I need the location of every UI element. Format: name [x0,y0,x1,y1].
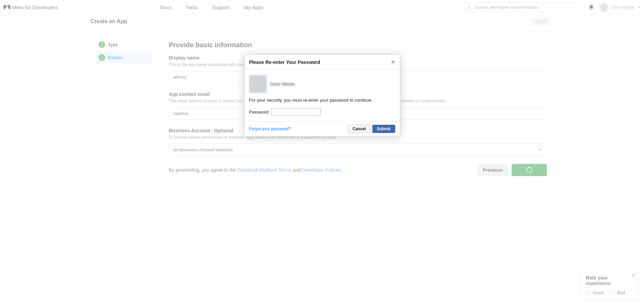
avatar [249,75,267,93]
modal-description: For your security, you must re-enter you… [249,98,395,103]
close-icon[interactable]: ✕ [391,59,395,65]
modal-cancel-button[interactable]: Cancel [348,125,370,133]
modal-footer: Forgot your password? Cancel Submit [244,121,400,136]
modal-buttons: Cancel Submit [348,125,395,133]
modal-header: Please Re-enter Your Password ✕ [244,55,400,70]
password-label: Password: [249,109,270,115]
password-modal: Please Re-enter Your Password ✕ User Nam… [244,54,400,137]
password-row: Password: [249,108,395,116]
forgot-password-link[interactable]: Forgot your password? [249,126,291,131]
modal-user: User Name [249,75,395,93]
modal-title: Please Re-enter Your Password [249,60,320,65]
modal-backdrop: Please Re-enter Your Password ✕ User Nam… [0,0,644,305]
password-input[interactable] [272,108,321,116]
modal-submit-button[interactable]: Submit [372,125,395,133]
modal-user-name: User Name [270,81,295,87]
modal-body: User Name For your security, you must re… [244,70,400,121]
